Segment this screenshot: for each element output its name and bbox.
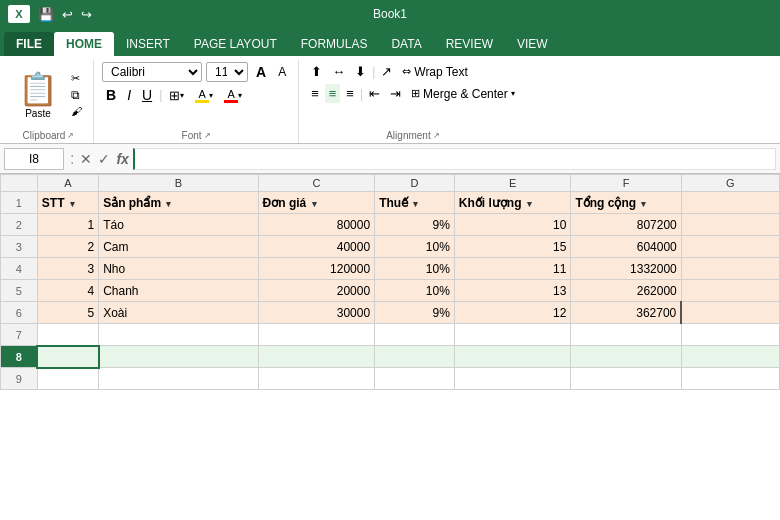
- cell-b5[interactable]: Chanh: [99, 280, 258, 302]
- cell-f9[interactable]: [571, 368, 681, 390]
- text-orientation-button[interactable]: ↗: [377, 62, 396, 81]
- cell-a6[interactable]: 5: [37, 302, 98, 324]
- cell-e2[interactable]: 10: [454, 214, 571, 236]
- undo-button[interactable]: ↩: [60, 5, 75, 24]
- cell-a9[interactable]: [37, 368, 98, 390]
- cell-b3[interactable]: Cam: [99, 236, 258, 258]
- insert-function-icon[interactable]: fx: [116, 151, 128, 167]
- cell-a2[interactable]: 1: [37, 214, 98, 236]
- enter-formula-icon[interactable]: ✓: [98, 151, 110, 167]
- col-header-g[interactable]: G: [681, 175, 779, 192]
- tab-data[interactable]: DATA: [379, 32, 433, 56]
- cell-a3[interactable]: 2: [37, 236, 98, 258]
- font-expand-icon[interactable]: ↗: [204, 131, 211, 140]
- formula-input[interactable]: [133, 148, 776, 170]
- cell-f1[interactable]: Tổng cộng ▾: [571, 192, 681, 214]
- font-shrink-button[interactable]: A: [274, 63, 290, 81]
- increase-indent-button[interactable]: ⇥: [386, 84, 405, 103]
- cell-a5[interactable]: 4: [37, 280, 98, 302]
- tab-home[interactable]: HOME: [54, 32, 114, 56]
- tab-page-layout[interactable]: PAGE LAYOUT: [182, 32, 289, 56]
- cell-b9[interactable]: [99, 368, 258, 390]
- cell-g3[interactable]: [681, 236, 779, 258]
- cell-g7[interactable]: [681, 324, 779, 346]
- tab-insert[interactable]: INSERT: [114, 32, 182, 56]
- cell-c3[interactable]: 40000: [258, 236, 375, 258]
- redo-button[interactable]: ↪: [79, 5, 94, 24]
- font-color-button[interactable]: A ▾: [220, 86, 246, 105]
- underline-button[interactable]: U: [138, 85, 156, 105]
- cell-d5[interactable]: 10%: [375, 280, 455, 302]
- wrap-text-button[interactable]: ⇔ Wrap Text: [398, 63, 472, 81]
- clipboard-expand-icon[interactable]: ↗: [67, 131, 74, 140]
- cell-a1[interactable]: STT ▾: [37, 192, 98, 214]
- align-bottom-button[interactable]: ⬇: [351, 62, 370, 81]
- cell-e4[interactable]: 11: [454, 258, 571, 280]
- cell-c1[interactable]: Đơn giá ▾: [258, 192, 375, 214]
- cell-b2[interactable]: Táo: [99, 214, 258, 236]
- col-header-c[interactable]: C: [258, 175, 375, 192]
- cell-c7[interactable]: [258, 324, 375, 346]
- align-left-button[interactable]: ≡: [307, 84, 323, 103]
- cell-d1[interactable]: Thuế ▾: [375, 192, 455, 214]
- cell-c9[interactable]: [258, 368, 375, 390]
- cell-g2[interactable]: [681, 214, 779, 236]
- bold-button[interactable]: B: [102, 85, 120, 105]
- copy-button[interactable]: ⧉: [68, 87, 85, 103]
- col-header-d[interactable]: D: [375, 175, 455, 192]
- align-center-button[interactable]: ≡: [325, 84, 341, 103]
- font-grow-button[interactable]: A: [252, 62, 270, 82]
- cell-c8[interactable]: [258, 346, 375, 368]
- col-header-a[interactable]: A: [37, 175, 98, 192]
- cell-b6[interactable]: Xoài: [99, 302, 258, 324]
- font-name-selector[interactable]: Calibri: [102, 62, 202, 82]
- cell-b1[interactable]: Sản phẩm ▾: [99, 192, 258, 214]
- col-header-b[interactable]: B: [99, 175, 258, 192]
- align-middle-button[interactable]: ↔: [328, 62, 349, 81]
- cell-d7[interactable]: [375, 324, 455, 346]
- cell-f4[interactable]: 1332000: [571, 258, 681, 280]
- tab-review[interactable]: REVIEW: [434, 32, 505, 56]
- cell-e1[interactable]: Khối lượng ▾: [454, 192, 571, 214]
- cell-f3[interactable]: 604000: [571, 236, 681, 258]
- align-top-button[interactable]: ⬆: [307, 62, 326, 81]
- align-right-button[interactable]: ≡: [342, 84, 358, 103]
- cell-e8[interactable]: [454, 346, 571, 368]
- cell-f7[interactable]: [571, 324, 681, 346]
- cell-d6[interactable]: 9%: [375, 302, 455, 324]
- cell-b8[interactable]: [99, 346, 258, 368]
- cell-e9[interactable]: [454, 368, 571, 390]
- cell-e3[interactable]: 15: [454, 236, 571, 258]
- cut-button[interactable]: ✂: [68, 71, 85, 86]
- format-painter-button[interactable]: 🖌: [68, 104, 85, 118]
- decrease-indent-button[interactable]: ⇤: [365, 84, 384, 103]
- cell-c5[interactable]: 20000: [258, 280, 375, 302]
- cell-d9[interactable]: [375, 368, 455, 390]
- cell-e6[interactable]: 12: [454, 302, 571, 324]
- cell-reference-box[interactable]: I8: [4, 148, 64, 170]
- cell-f5[interactable]: 262000: [571, 280, 681, 302]
- cell-c2[interactable]: 80000: [258, 214, 375, 236]
- cell-g1[interactable]: [681, 192, 779, 214]
- cell-g5[interactable]: [681, 280, 779, 302]
- cell-g6[interactable]: [681, 302, 779, 324]
- fill-color-button[interactable]: A ▾: [191, 86, 217, 105]
- cell-d3[interactable]: 10%: [375, 236, 455, 258]
- cell-e5[interactable]: 13: [454, 280, 571, 302]
- alignment-expand-icon[interactable]: ↗: [433, 131, 440, 140]
- tab-formulas[interactable]: FORMULAS: [289, 32, 380, 56]
- cancel-formula-icon[interactable]: ✕: [80, 151, 92, 167]
- col-header-e[interactable]: E: [454, 175, 571, 192]
- cell-g9[interactable]: [681, 368, 779, 390]
- cell-f6[interactable]: 362700: [571, 302, 681, 324]
- cell-f8[interactable]: [571, 346, 681, 368]
- cell-g8[interactable]: [681, 346, 779, 368]
- font-size-selector[interactable]: 11: [206, 62, 248, 82]
- col-header-f[interactable]: F: [571, 175, 681, 192]
- cell-b4[interactable]: Nho: [99, 258, 258, 280]
- cell-a4[interactable]: 3: [37, 258, 98, 280]
- cell-b7[interactable]: [99, 324, 258, 346]
- cell-d4[interactable]: 10%: [375, 258, 455, 280]
- tab-view[interactable]: VIEW: [505, 32, 560, 56]
- italic-button[interactable]: I: [123, 85, 135, 105]
